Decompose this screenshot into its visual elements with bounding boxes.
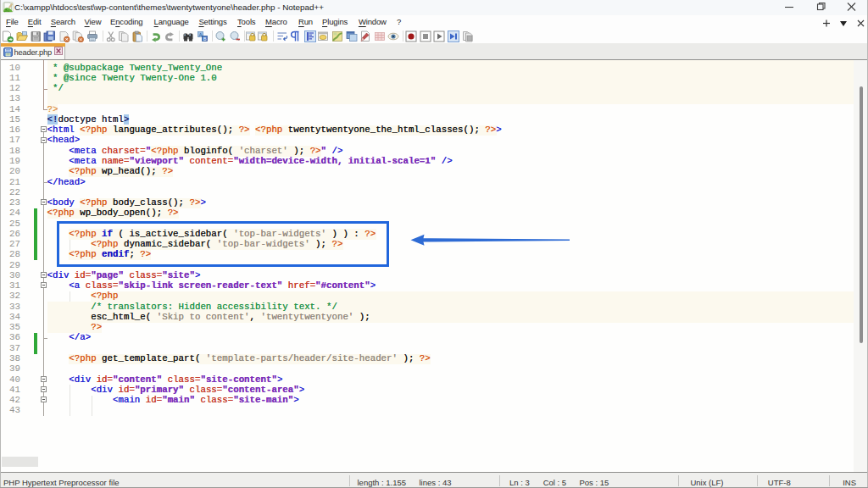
svg-text:B: B [203, 36, 207, 41]
